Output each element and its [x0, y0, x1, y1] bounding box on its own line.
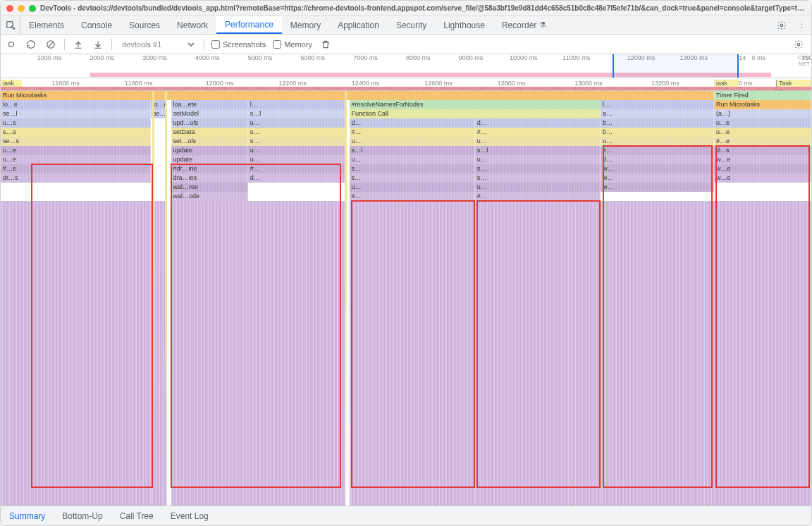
flame-bar[interactable]: w…e — [714, 155, 811, 164]
flame-bar[interactable]: d… — [601, 155, 714, 164]
flame-bar[interactable]: se…l — [1, 109, 151, 118]
more-menu-button[interactable]: ⋮ — [792, 16, 811, 34]
memory-checkbox[interactable]: Memory — [273, 40, 312, 49]
flame-bar[interactable]: l… — [248, 100, 345, 109]
flame-bar[interactable]: #… — [350, 192, 475, 201]
panel-tab-memory[interactable]: Memory — [282, 16, 329, 34]
flame-bar[interactable]: u… — [475, 137, 601, 146]
flame-bar[interactable]: #… — [475, 128, 601, 137]
flame-deep-stack[interactable] — [714, 201, 811, 506]
flame-bar[interactable]: u… — [350, 155, 475, 164]
flame-bar[interactable]: d… — [350, 118, 475, 128]
flame-bar[interactable]: wal…ree — [171, 183, 248, 192]
flame-bar[interactable]: #…e — [1, 164, 151, 173]
flame-bar[interactable]: s… — [475, 164, 601, 173]
flame-bar[interactable]: b… — [601, 118, 714, 128]
flame-bar[interactable]: b… — [601, 128, 714, 137]
flame-bar[interactable]: #…e — [714, 137, 811, 146]
flame-deep-stack[interactable] — [475, 201, 601, 506]
reload-record-button[interactable] — [25, 38, 37, 51]
flame-bar[interactable]: dra…ies — [171, 173, 248, 183]
flame-bar[interactable]: s… — [248, 137, 345, 146]
flame-bar[interactable]: s… — [350, 173, 475, 183]
task-label-right-b[interactable]: Task — [776, 80, 811, 87]
panel-tab-network[interactable]: Network — [168, 16, 216, 34]
flame-bar[interactable]: a… — [601, 109, 714, 118]
overview-selection[interactable] — [613, 54, 738, 78]
clear-button[interactable] — [44, 38, 57, 51]
panel-tab-lighthouse[interactable]: Lighthouse — [435, 16, 493, 34]
flame-bar[interactable]: u…e — [714, 128, 811, 137]
flame-bar[interactable]: s… — [350, 164, 475, 173]
flame-bar[interactable]: s…l — [248, 109, 345, 118]
flame-bar[interactable]: d…s — [714, 146, 811, 155]
panel-tab-sources[interactable]: Sources — [121, 16, 168, 34]
flame-bar[interactable]: update — [171, 155, 248, 164]
flame-bar[interactable]: u… — [248, 118, 345, 128]
panel-tab-application[interactable]: Application — [329, 16, 388, 34]
flame-deep-stack[interactable] — [350, 201, 475, 506]
flame-bar[interactable]: setData — [171, 128, 248, 137]
flame-bar[interactable]: w…e — [714, 164, 811, 173]
flame-bar[interactable]: l… — [601, 100, 714, 109]
flame-bar[interactable]: Run Microtasks — [714, 100, 811, 109]
flame-bar[interactable]: w… — [601, 164, 714, 173]
flame-bar[interactable]: update — [171, 146, 248, 155]
flame-bar[interactable]: setModel — [171, 109, 248, 118]
flame-bar[interactable]: wal…ode — [171, 192, 248, 201]
upload-profile-button[interactable] — [72, 38, 85, 51]
flame-bar[interactable]: s… — [475, 173, 601, 183]
flame-bar[interactable]: #… — [350, 128, 475, 137]
flame-bar[interactable]: #… — [475, 192, 601, 201]
details-tab-summary[interactable]: Summary — [1, 506, 54, 525]
details-tab-event-log[interactable]: Event Log — [162, 506, 217, 525]
flame-bar[interactable]: u…e — [714, 118, 811, 128]
flame-bar[interactable]: se…s — [1, 137, 151, 146]
flame-bar[interactable]: u… — [475, 155, 601, 164]
flame-deep-stack[interactable] — [171, 201, 248, 506]
flame-bar[interactable]: d… — [475, 118, 601, 128]
flame-bar[interactable]: loa…ete — [171, 100, 248, 109]
flame-bar[interactable]: set…ols — [171, 137, 248, 146]
flame-bar[interactable]: u… — [350, 183, 475, 192]
flame-bar[interactable]: dr…s — [1, 173, 151, 183]
flame-bar[interactable]: d… — [248, 173, 345, 183]
flame-bar[interactable]: u… — [475, 183, 601, 192]
flame-deep-stack[interactable] — [248, 201, 345, 506]
flame-deep-stack[interactable] — [1, 201, 151, 506]
flame-bar[interactable]: u… — [248, 146, 345, 155]
flame-bar[interactable]: u…e — [1, 146, 151, 155]
panel-tab-elements[interactable]: Elements — [20, 16, 73, 34]
flame-bar[interactable]: upd…ols — [171, 118, 248, 128]
record-button[interactable] — [5, 38, 18, 51]
delete-profile-button[interactable] — [319, 38, 332, 51]
capture-settings-button[interactable] — [790, 39, 807, 49]
maximize-window-button[interactable] — [29, 5, 36, 12]
panel-tab-recorder[interactable]: Recorder⚗ — [493, 16, 555, 34]
settings-button[interactable] — [772, 16, 792, 34]
flame-bar[interactable]: s… — [248, 128, 345, 137]
inspect-element-button[interactable] — [1, 16, 20, 34]
flame-bar[interactable]: #… — [601, 146, 714, 155]
flame-bar[interactable]: w…e — [714, 173, 811, 183]
flame-bar[interactable]: lo…e — [1, 100, 151, 109]
screenshots-checkbox[interactable]: Screenshots — [211, 40, 266, 49]
flame-bar[interactable]: w… — [601, 173, 714, 183]
flame-bar[interactable]: u… — [248, 155, 345, 164]
sessions-select[interactable]: devtools #1 — [119, 39, 197, 49]
panel-tab-security[interactable]: Security — [388, 16, 435, 34]
flame-deep-stack[interactable] — [601, 201, 714, 506]
flame-bar[interactable]: u… — [350, 137, 475, 146]
flame-bar[interactable]: u…e — [1, 155, 151, 164]
flame-bar[interactable]: w… — [601, 183, 714, 192]
timeline-overview[interactable]: 1000 ms2000 ms3000 ms4000 ms5000 ms6000 … — [1, 54, 811, 78]
details-tab-call-tree[interactable]: Call Tree — [111, 506, 162, 525]
flame-bar[interactable]: Timer Fired — [714, 91, 811, 100]
flame-bar[interactable]: s…l — [350, 146, 475, 155]
download-profile-button[interactable] — [92, 38, 104, 51]
flame-bar[interactable]: (a…) — [714, 109, 811, 118]
panel-tab-console[interactable]: Console — [73, 16, 121, 34]
flame-bar[interactable]: #… — [248, 164, 345, 173]
flame-bar[interactable]: s…l — [475, 146, 601, 155]
flame-bar[interactable]: s…a — [1, 128, 151, 137]
